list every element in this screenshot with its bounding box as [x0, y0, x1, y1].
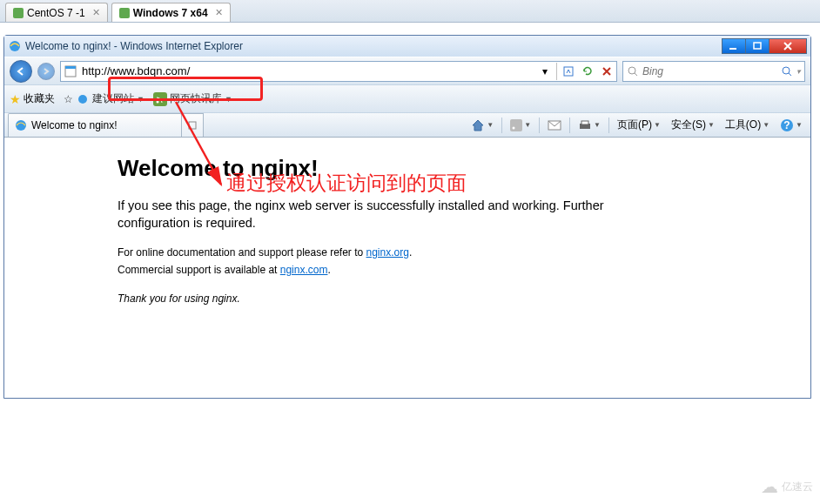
forward-button[interactable]	[37, 63, 55, 80]
star-icon: ★	[10, 92, 21, 106]
vm-tab-centos[interactable]: CentOS 7 -1 ✕	[5, 3, 108, 22]
ie-favorites-toolbar: ★ 收藏夹 ☆ 建议网站 ▼ 网页快讯库 ▼	[4, 84, 810, 112]
star-add-icon: ☆	[64, 93, 73, 105]
read-mail-button[interactable]	[545, 118, 564, 133]
page-menu-button[interactable]: 页面(P) ▼	[615, 116, 663, 134]
svg-rect-14	[189, 122, 196, 129]
address-bar[interactable]: ▾	[60, 61, 617, 82]
svg-rect-6	[65, 66, 76, 69]
minimize-button[interactable]	[722, 38, 746, 54]
svg-rect-15	[510, 119, 522, 131]
refresh-button[interactable]	[578, 62, 597, 81]
home-button[interactable]: ▼	[468, 117, 496, 134]
stop-button[interactable]	[597, 62, 616, 81]
favorites-label: 收藏夹	[24, 91, 55, 106]
svg-point-9	[783, 67, 790, 74]
page-icon	[64, 64, 77, 78]
safety-menu-label: 安全(S)	[671, 118, 706, 132]
url-input[interactable]	[80, 63, 535, 80]
mail-icon	[548, 119, 561, 131]
feeds-button[interactable]: ▼	[507, 118, 534, 133]
window-buttons	[723, 38, 807, 54]
search-go-icon[interactable]	[781, 65, 793, 77]
search-input[interactable]	[642, 65, 777, 77]
watermark-label: 亿速云	[782, 480, 813, 494]
page-menu-label: 页面(P)	[617, 118, 652, 132]
ie-address-toolbar: ▾ ▾	[4, 57, 810, 84]
dropdown-icon[interactable]: ▾	[535, 62, 555, 81]
chevron-down-icon: ▼	[225, 95, 232, 104]
ie-logo-icon	[76, 92, 90, 106]
help-button[interactable]: ?▼	[777, 117, 805, 134]
command-bar: ▼ ▼ ▼ 页面(P) ▼ 安全(S) ▼ 工具(O) ▼ ?▼	[468, 113, 810, 137]
tools-menu-label: 工具(O)	[725, 118, 761, 132]
close-icon[interactable]: ✕	[215, 7, 223, 18]
cloud-icon: ☁	[761, 476, 778, 497]
annotation-text: 通过授权认证访问到的页面	[226, 170, 467, 197]
vm-tab-label: CentOS 7 -1	[27, 7, 85, 19]
ie-page-tab[interactable]: Welcome to nginx!	[8, 113, 182, 137]
ie-page-tabbar: Welcome to nginx! ▼ ▼ ▼ 页面(P) ▼ 安全(S) ▼ …	[4, 112, 810, 137]
rss-green-icon	[153, 92, 167, 106]
svg-point-12	[156, 100, 158, 103]
print-button[interactable]: ▼	[575, 118, 603, 133]
rss-icon	[510, 119, 522, 131]
svg-rect-4	[754, 43, 761, 49]
page-tab-title: Welcome to nginx!	[31, 119, 118, 131]
nginx-org-link[interactable]: nginx.org	[366, 246, 409, 259]
svg-text:?: ?	[783, 119, 790, 131]
suggested-sites-label: 建议网站	[92, 91, 134, 106]
nginx-para2: For online documentation and support ple…	[118, 244, 614, 278]
vm-tab-label: Windows 7 x64	[133, 7, 208, 19]
vm-icon	[13, 8, 24, 18]
help-icon: ?	[780, 118, 794, 132]
safety-menu-button[interactable]: 安全(S) ▼	[669, 116, 717, 134]
web-slice-label: 网页快讯库	[170, 91, 222, 106]
ie-logo-icon	[8, 39, 22, 53]
svg-point-10	[78, 95, 87, 104]
svg-rect-3	[729, 48, 736, 50]
svg-rect-1	[119, 8, 130, 18]
vm-tab-strip: CentOS 7 -1 ✕ Windows 7 x64 ✕	[0, 0, 820, 23]
dropdown-icon[interactable]: ▾	[796, 67, 801, 76]
search-icon	[627, 65, 639, 77]
maximize-button[interactable]	[745, 38, 770, 54]
tools-menu-button[interactable]: 工具(O) ▼	[723, 116, 772, 134]
chevron-down-icon: ▼	[137, 95, 145, 104]
svg-rect-19	[581, 121, 588, 124]
vm-icon	[119, 8, 130, 18]
compat-view-icon[interactable]	[559, 62, 578, 81]
ie-logo-icon	[14, 118, 28, 132]
search-box[interactable]: ▾	[622, 61, 805, 82]
svg-point-16	[513, 126, 515, 129]
home-icon	[471, 118, 485, 132]
svg-rect-7	[564, 67, 573, 76]
window-title: Welcome to nginx! - Windows Internet Exp…	[25, 40, 723, 52]
nginx-com-link[interactable]: nginx.com	[280, 264, 328, 276]
ie-titlebar: Welcome to nginx! - Windows Internet Exp…	[4, 36, 810, 57]
close-button[interactable]	[769, 38, 807, 54]
vm-tab-windows[interactable]: Windows 7 x64 ✕	[111, 3, 231, 22]
new-tab-button[interactable]	[181, 113, 204, 137]
nginx-para3: Thank you for using nginx.	[118, 290, 614, 307]
svg-rect-0	[13, 8, 24, 18]
svg-point-8	[628, 67, 635, 74]
favorites-button[interactable]: ★ 收藏夹	[10, 91, 55, 106]
ie-window: Welcome to nginx! - Windows Internet Exp…	[3, 35, 811, 399]
watermark: ☁ 亿速云	[761, 476, 813, 497]
nginx-para1: If you see this page, the nginx web serv…	[118, 198, 614, 232]
suggested-sites-button[interactable]: ☆ 建议网站 ▼	[64, 91, 145, 106]
back-button[interactable]	[10, 60, 32, 83]
web-slice-button[interactable]: 网页快讯库 ▼	[153, 91, 232, 106]
close-icon[interactable]: ✕	[92, 7, 100, 18]
printer-icon	[578, 119, 592, 131]
svg-point-13	[16, 120, 26, 131]
